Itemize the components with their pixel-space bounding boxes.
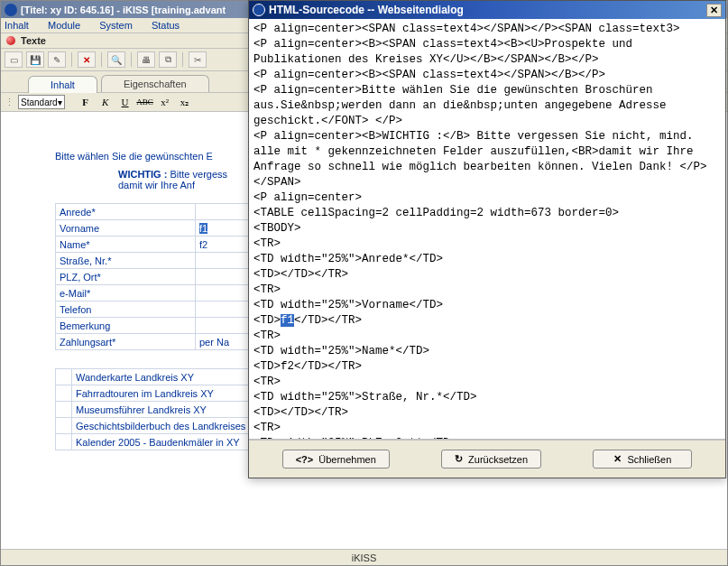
main-title-text: [Titel: xy ID: 645.16] - iKISS [training…: [21, 5, 226, 15]
wichtig-label: WICHTIG :: [118, 169, 167, 180]
tb-new-icon[interactable]: ▭: [5, 51, 23, 68]
reset-button[interactable]: ↻ Zurücksetzen: [441, 450, 541, 469]
list-checkbox-cell[interactable]: [56, 385, 72, 402]
underline-button[interactable]: U: [117, 95, 134, 109]
menu-module[interactable]: Module: [48, 20, 80, 31]
tb-sep: [101, 52, 102, 67]
tab-inhalt[interactable]: Inhalt: [28, 76, 97, 93]
ie-icon: [5, 4, 17, 16]
list-checkbox-cell[interactable]: [56, 402, 72, 418]
form-label: Zahlungsart*: [56, 334, 196, 350]
reset-label: Zurücksetzen: [468, 454, 528, 465]
sup-button[interactable]: x²: [157, 95, 173, 109]
record-dot-icon: [6, 36, 15, 45]
sub-button[interactable]: x₂: [177, 95, 193, 109]
source-textarea[interactable]: <P align=center><SPAN class=text4></SPAN…: [249, 19, 725, 440]
form-label: Name*: [56, 237, 196, 253]
tb-preview-icon[interactable]: 🔍: [107, 51, 125, 68]
strike-button[interactable]: ABC: [137, 95, 153, 109]
tb-sep: [71, 52, 72, 67]
list-checkbox-cell[interactable]: [56, 418, 72, 434]
form-label: Vorname: [56, 220, 196, 237]
close-label: Schließen: [627, 454, 671, 465]
menu-system[interactable]: System: [99, 20, 133, 31]
menu-inhalt[interactable]: Inhalt: [5, 20, 29, 31]
style-select[interactable]: Standard ▾: [18, 95, 65, 109]
apply-button[interactable]: <?> Übernehmen: [282, 450, 390, 469]
tb-cut-icon[interactable]: ✂: [189, 51, 207, 68]
menu-status[interactable]: Status: [152, 20, 180, 31]
italic-button[interactable]: K: [97, 95, 114, 109]
refresh-icon: ↻: [455, 453, 463, 465]
tb-copy-icon[interactable]: ⧉: [159, 51, 177, 68]
dialog-title: HTML-Sourcecode -- Webseitendialog: [269, 4, 464, 16]
wichtig-line2: damit wir Ihre Anf: [118, 180, 195, 190]
form-label: Straße, Nr.*: [56, 253, 196, 269]
tb-sep: [182, 52, 183, 67]
apply-label: Übernehmen: [318, 454, 376, 465]
tb-save-icon[interactable]: 💾: [26, 51, 44, 68]
form-label: Telefon: [56, 302, 196, 318]
code-icon: <?>: [296, 454, 314, 465]
tb-delete-icon[interactable]: ✕: [78, 51, 96, 68]
tb-rename-icon[interactable]: ✎: [48, 51, 66, 68]
ie-icon: [253, 4, 265, 16]
bold-button[interactable]: F: [78, 95, 94, 109]
statusbar: iKISS: [1, 549, 727, 565]
form-label: Anrede*: [56, 204, 196, 220]
close-icon: ✕: [613, 453, 622, 465]
status-text: iKISS: [352, 552, 377, 563]
close-button[interactable]: ✕ Schließen: [593, 450, 692, 469]
list-checkbox-cell[interactable]: [56, 369, 72, 385]
html-source-dialog: HTML-Sourcecode -- Webseitendialog ✕ <P …: [248, 0, 726, 478]
form-label: e-Mail*: [56, 285, 196, 302]
form-label: PLZ, Ort*: [56, 269, 196, 285]
dialog-close-button[interactable]: ✕: [706, 4, 722, 17]
dialog-titlebar[interactable]: HTML-Sourcecode -- Webseitendialog ✕: [249, 1, 725, 19]
list-checkbox-cell[interactable]: [56, 434, 72, 450]
section-title: Texte: [21, 35, 46, 46]
wichtig-line1: Bitte vergess: [170, 169, 227, 180]
tb-print-icon[interactable]: 🖶: [137, 51, 155, 68]
tab-eigenschaften[interactable]: Eigenschaften: [101, 75, 209, 92]
tb-sep: [131, 52, 132, 67]
dialog-buttons: <?> Übernehmen ↻ Zurücksetzen ✕ Schließe…: [249, 440, 725, 478]
form-label: Bemerkung: [56, 318, 196, 334]
